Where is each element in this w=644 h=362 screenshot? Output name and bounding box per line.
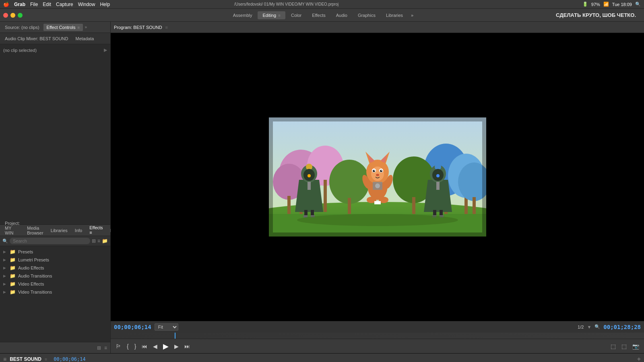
grid-view-icon[interactable]: ⊞	[92, 238, 96, 244]
step-back-button[interactable]: ◀	[151, 342, 159, 350]
tab-info[interactable]: Info	[72, 227, 85, 234]
tab-libraries[interactable]: Libraries	[381, 11, 408, 19]
effect-item-audio-effects[interactable]: ▶ 📁 Audio Effects	[0, 264, 110, 272]
left-panel: Source: (no clips) Effect Controls ≡ » A…	[0, 22, 111, 353]
audio-transitions-label: Audio Transitions	[18, 274, 52, 278]
svg-point-41	[381, 170, 382, 171]
workspace-nav: Assembly Editing ≡ Color Effects Audio G…	[0, 9, 644, 22]
overwrite-button[interactable]: ⬚	[620, 342, 628, 350]
expand-icon[interactable]: ▶	[104, 47, 107, 53]
tab-assembly[interactable]: Assembly	[228, 11, 257, 19]
sequence-tab-icon: ≡	[45, 357, 47, 362]
effects-search-input[interactable]	[10, 238, 90, 244]
more-workspaces-button[interactable]: »	[409, 12, 416, 19]
battery-icon: 🔋	[582, 2, 588, 7]
page-down-arrow[interactable]: ▼	[587, 325, 591, 329]
svg-rect-47	[374, 201, 381, 204]
project-title: СДЕЛАТЬ КРУТО, ШОБ ЧЕТКО.	[556, 12, 636, 18]
tab-audio[interactable]: Audio	[331, 11, 352, 19]
menu-window[interactable]: Window	[78, 2, 95, 7]
panel-tab-more[interactable]: »	[84, 25, 88, 29]
menubar-right: 🔋 97% 📶 Tue 18:09 🔍	[582, 2, 641, 7]
tab-media-browser[interactable]: Media Browser	[24, 224, 46, 237]
add-track-button[interactable]: +	[637, 356, 641, 362]
effect-item-video-effects[interactable]: ▶ 📁 Video Effects	[0, 280, 110, 288]
folder-icon2[interactable]: 📁	[102, 238, 108, 244]
file-path: /Users/fedovski/ 01/My WIN VIDEO/MY WIN …	[234, 2, 339, 6]
effect-item-lumetri-presets[interactable]: ▶ 📁 Lumetri Presets	[0, 256, 110, 264]
timeline-timecode: 00;00;06;14	[54, 356, 85, 362]
zoom-icon[interactable]: 🔍	[594, 324, 600, 329]
preview-timecode-bar: 00;00;06;14 Fit 25% 50% 100% 1/2 ▼ 🔍 00;…	[111, 321, 644, 332]
tab-source[interactable]: Source: (no clips)	[2, 24, 43, 31]
close-button[interactable]	[3, 13, 8, 18]
preview-controls: 🏳 { } ⏮ ◀ ▶ ▶ ⏭ ⬚ ⬚ 📷	[111, 339, 644, 353]
go-to-in-button[interactable]: ⏮	[140, 342, 149, 350]
project-panel: Project: MY WIN VIDEO Media Browser Libr…	[0, 224, 110, 353]
menu-file[interactable]: File	[30, 2, 38, 7]
fit-selector[interactable]: Fit 25% 50% 100%	[155, 323, 178, 331]
set-out-point-button[interactable]: }	[133, 342, 138, 350]
tab-libraries[interactable]: Libraries	[47, 227, 71, 234]
presets-arrow: ▶	[3, 250, 7, 254]
preview-video-area	[111, 33, 644, 321]
preview-scrubber[interactable]	[111, 332, 644, 339]
svg-rect-26	[311, 210, 314, 216]
tab-metadata[interactable]: Metadata	[72, 35, 97, 42]
export-frame-button[interactable]: 📷	[631, 342, 641, 350]
svg-point-44	[375, 183, 380, 188]
playhead-marker[interactable]	[175, 333, 175, 339]
effect-controls-tab-icon: ≡	[78, 25, 80, 30]
video-trans-arrow: ▶	[3, 290, 7, 294]
effect-controls-content: (no clip selected) ▶	[0, 44, 110, 224]
effects-list: ▶ 📁 Presets ▶ 📁 Lumetri Presets ▶ 📁 Audi…	[0, 246, 110, 342]
menu-capture[interactable]: Capture	[56, 2, 73, 7]
minimize-button[interactable]	[10, 13, 15, 18]
effect-item-video-transitions[interactable]: ▶ 📁 Video Transitions	[0, 288, 110, 296]
maximize-button[interactable]	[18, 13, 23, 18]
current-timecode: 00;00;06;14	[114, 324, 151, 330]
svg-point-39	[380, 170, 382, 172]
end-timecode: 00;01;28;28	[603, 324, 641, 330]
window-controls	[3, 13, 23, 18]
tab-graphics[interactable]: Graphics	[353, 11, 380, 19]
svg-rect-55	[436, 182, 440, 190]
apple-menu[interactable]: 🍎	[3, 2, 9, 7]
tab-editing[interactable]: Editing ≡	[258, 11, 285, 19]
play-button[interactable]: ▶	[161, 341, 170, 352]
tab-effect-controls[interactable]: Effect Controls ≡	[43, 24, 83, 31]
svg-rect-14	[473, 197, 476, 214]
menu-edit[interactable]: Edit	[43, 2, 51, 7]
list-view-icon[interactable]: ≡	[97, 238, 100, 244]
search-icon[interactable]: 🔍	[635, 2, 641, 7]
svg-point-42	[376, 174, 379, 176]
panel-footer-icon2[interactable]: ≡	[104, 345, 107, 351]
insert-button[interactable]: ⬚	[609, 342, 617, 350]
presets-folder-icon: 📁	[10, 249, 16, 255]
sequence-name: BEST SOUND	[10, 356, 41, 362]
menu-help[interactable]: Help	[100, 2, 110, 7]
tab-effects[interactable]: Effects	[307, 11, 330, 19]
timeline-menu-icon[interactable]: ≡	[3, 356, 6, 362]
set-in-point-button[interactable]: {	[125, 342, 130, 350]
tab-program[interactable]: Program: BEST SOUND	[114, 25, 162, 30]
svg-rect-8	[287, 196, 291, 214]
right-area: Program: BEST SOUND ≡	[111, 22, 644, 353]
go-to-out-button[interactable]: ⏭	[183, 342, 192, 350]
add-marker-button[interactable]: 🏳	[114, 342, 123, 350]
timeline-header: ≡ BEST SOUND ≡ 00;00;06;14 +	[0, 354, 644, 362]
project-panel-tabs: Project: MY WIN VIDEO Media Browser Libr…	[0, 225, 110, 236]
search-icons: ⊞ ≡ 📁	[92, 238, 108, 244]
panel-footer-icon1[interactable]: ⊞	[97, 345, 101, 351]
step-fwd-button[interactable]: ▶	[173, 342, 180, 350]
lumetri-arrow: ▶	[3, 258, 7, 262]
tab-color[interactable]: Color	[286, 11, 306, 19]
video-frame	[269, 117, 486, 237]
app-name[interactable]: Grab	[14, 2, 25, 7]
effect-item-presets[interactable]: ▶ 📁 Presets	[0, 248, 110, 256]
tab-audio-clip-mixer[interactable]: Audio Clip Mixer: BEST SOUND	[2, 35, 72, 42]
clock: Tue 18:09	[612, 2, 632, 7]
effect-item-audio-transitions[interactable]: ▶ 📁 Audio Transitions	[0, 272, 110, 280]
tab-effects[interactable]: Effects ≡	[86, 224, 106, 237]
battery-level: 97%	[591, 2, 600, 7]
